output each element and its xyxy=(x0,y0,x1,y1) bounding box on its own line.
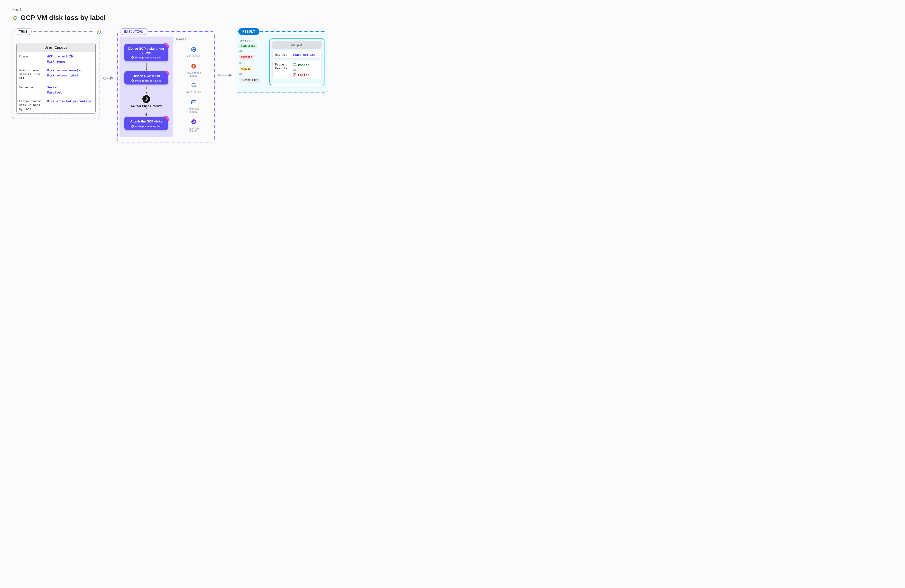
arrow-execution-to-result xyxy=(218,73,232,78)
input-row-values: GCP project IDDisk zones xyxy=(45,52,95,66)
input-value: Parallel xyxy=(47,91,94,94)
output-metrics-row: Metrics chaos metrics xyxy=(272,51,322,59)
probe-result-failed: Failed xyxy=(292,73,310,77)
svg-marker-24 xyxy=(229,73,232,77)
probe-name: PROMETHEUS PROBE xyxy=(185,72,202,78)
svg-marker-2 xyxy=(110,76,114,80)
svg-line-13 xyxy=(195,48,195,49)
input-row: Disk volume details (one of)Disk volume … xyxy=(17,66,95,83)
metrics-value: chaos metrics xyxy=(292,53,316,57)
clock-icon xyxy=(142,95,150,103)
status-title: STATUS xyxy=(239,40,266,43)
probe-item: SRM SLO PROBE xyxy=(185,117,202,134)
status-badge: INCOMPLETED xyxy=(239,78,260,83)
input-value: GCP project ID xyxy=(47,54,94,58)
output-card: Output Metrics chaos metrics Probe Resul… xyxy=(270,38,324,85)
flow-arrow-icon xyxy=(124,86,168,94)
svg-marker-6 xyxy=(145,92,147,94)
execution-pill: EXECUTION xyxy=(120,28,148,35)
input-value: Disk zones xyxy=(47,60,94,63)
input-row-label: Disk volume details (one of) xyxy=(17,66,45,83)
probe-name: HTTP PROBE xyxy=(185,91,202,94)
k8s-probe-icon xyxy=(189,44,198,54)
input-row-values: SerialParallel xyxy=(45,83,95,97)
execution-panel: EXECUTION Derive GCP disks under chaosPr… xyxy=(117,32,215,142)
cmd-probe-icon xyxy=(189,97,198,107)
probe-item: PROMETHEUS PROBE xyxy=(185,61,202,79)
input-value: Disk volume label xyxy=(47,73,94,77)
output-header: Output xyxy=(272,41,322,49)
input-row-label: Sequence xyxy=(17,83,45,97)
gcp-logo-icon xyxy=(12,15,17,21)
probe-result-or: OR xyxy=(292,68,310,72)
execution-steps-column: Derive GCP disks under chaosPrivilege ac… xyxy=(119,37,173,137)
svg-line-14 xyxy=(195,50,195,51)
status-badge: ERRORED xyxy=(239,55,254,60)
status-badge: QUEUED xyxy=(239,67,252,71)
status-or: OR xyxy=(239,73,266,76)
svg-point-0 xyxy=(103,77,106,79)
svg-rect-22 xyxy=(192,100,196,104)
svg-point-23 xyxy=(191,119,196,124)
step-subtitle: Privilege access required xyxy=(127,56,166,59)
probes-title: PROBES xyxy=(176,38,212,41)
svg-line-16 xyxy=(192,50,193,51)
input-row-values: Disk affected percentage xyxy=(45,97,95,114)
step-title: Detach GCP disks xyxy=(127,74,166,78)
execution-step: Derive GCP disks under chaosPrivilege ac… xyxy=(124,44,168,61)
flow-arrow-icon xyxy=(124,108,168,117)
wait-label: Wait for Chaos Interval xyxy=(130,105,162,108)
probe-name: SRM SLO PROBE xyxy=(185,127,202,133)
result-pill: RESULT xyxy=(238,28,259,35)
output-probe-results-row: Probe Results Passed OR Failed xyxy=(272,60,322,79)
status-or: OR xyxy=(239,50,266,53)
input-row-label: Common xyxy=(17,52,45,66)
probe-name: COMMAND PROBE xyxy=(185,108,202,113)
probes-column: PROBES K8S PROBEPROMETHEUS PROBEHTTP PRO… xyxy=(173,35,214,137)
flow-arrow-icon xyxy=(124,63,168,71)
privilege-icon xyxy=(132,125,134,127)
probe-item: COMMAND PROBE xyxy=(185,97,202,115)
step-title: Attach the GCP disks xyxy=(127,119,166,124)
privilege-icon xyxy=(132,79,134,82)
svg-marker-10 xyxy=(191,47,196,52)
page-title: GCP VM disk loss by label xyxy=(21,14,106,22)
status-or: OR xyxy=(239,61,266,65)
tune-panel: TUNE User Inputs CommonGCP project IDDis… xyxy=(12,32,100,119)
gcp-corner-icon xyxy=(95,28,102,37)
probe-result-passed: Passed xyxy=(292,63,310,67)
probe-item: HTTP PROBE xyxy=(185,81,202,95)
slo-probe-icon xyxy=(189,117,198,127)
input-row: Filter target disk volumes by labelDisk … xyxy=(17,97,95,114)
input-value: Disk volume name(s) xyxy=(47,68,94,72)
input-row: SequenceSerialParallel xyxy=(17,83,95,97)
input-row-values: Disk volume name(s)Disk volume label xyxy=(45,66,95,83)
step-subtitle: Privilege access required xyxy=(127,79,166,82)
prom-probe-icon xyxy=(189,61,198,71)
svg-marker-9 xyxy=(145,114,147,116)
svg-rect-20 xyxy=(193,67,194,68)
step-subtitle: Privilege access required xyxy=(127,125,166,127)
wait-block: Wait for Chaos Interval xyxy=(124,95,168,108)
svg-rect-19 xyxy=(193,67,195,67)
input-row: CommonGCP project IDDisk zones xyxy=(17,52,95,66)
execution-step: Detach GCP disksPrivilege access require… xyxy=(124,71,168,84)
title-row: GCP VM disk loss by label xyxy=(12,14,893,22)
probe-item: K8S PROBE xyxy=(185,44,202,59)
probe-name: K8S PROBE xyxy=(185,55,202,58)
step-title: Derive GCP disks under chaos xyxy=(127,47,166,55)
svg-line-17 xyxy=(192,48,193,49)
input-value: Serial xyxy=(47,86,94,89)
privilege-icon xyxy=(132,56,134,59)
result-panel: RESULT STATUS COMPLETEDORERROREDORQUEUED… xyxy=(236,32,328,93)
metrics-label: Metrics xyxy=(275,53,290,57)
probe-results-label: Probe Results xyxy=(275,63,290,70)
user-inputs-header: User Inputs xyxy=(17,43,95,52)
arrow-tune-to-execution xyxy=(103,73,114,84)
breadcrumb: Fault xyxy=(12,7,893,12)
input-value: Disk affected percentage xyxy=(47,99,94,103)
tune-pill: TUNE xyxy=(15,28,32,35)
user-inputs-card: User Inputs CommonGCP project IDDisk zon… xyxy=(16,43,96,114)
execution-step: Attach the GCP disksPrivilege access req… xyxy=(124,117,168,130)
http-probe-icon xyxy=(189,81,198,91)
